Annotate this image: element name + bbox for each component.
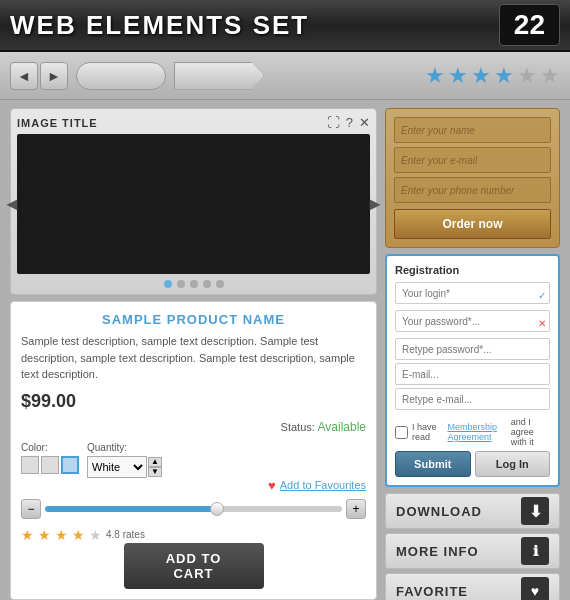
color-swatch-1[interactable] xyxy=(21,456,39,474)
agreement-suffix: and I agree with it xyxy=(511,417,550,447)
slideshow-header: IMAGE TITLE ⛶ ? ✕ xyxy=(17,115,370,130)
slideshow: IMAGE TITLE ⛶ ? ✕ ◄ ► xyxy=(10,108,377,295)
product-meta: Status: Available xyxy=(21,420,366,434)
quantity-down-arrow[interactable]: ▲ xyxy=(148,457,162,467)
password-input-row: ✕ xyxy=(395,310,550,335)
order-button[interactable]: Order now xyxy=(394,209,551,239)
favorite-button[interactable]: FAVORITE ♥ xyxy=(385,573,560,600)
product-section: SAMPLE PRODUCT NAME Sample test descript… xyxy=(10,301,377,600)
product-name: SAMPLE PRODUCT NAME xyxy=(21,312,366,327)
name-input[interactable] xyxy=(394,117,551,143)
header: WEB ELEMENTS SET 22 xyxy=(0,0,570,52)
status-section: Status: Available xyxy=(281,420,366,434)
color-label: Color: xyxy=(21,442,79,453)
agreement-row: I have read Membership Agreement and I a… xyxy=(395,417,550,447)
dot-3[interactable] xyxy=(190,280,198,288)
parchment-form: Order now xyxy=(385,108,560,248)
quantity-stepper: ▲ ▼ xyxy=(148,457,162,477)
registration-form: Registration ✓ ✕ I have read Membership … xyxy=(385,254,560,487)
slide-prev-arrow[interactable]: ◄ xyxy=(3,194,21,215)
slider-thumb[interactable] xyxy=(210,502,224,516)
rating-star-2: ★ xyxy=(38,527,51,543)
favourites-row: ♥ Add to Favourites xyxy=(21,478,366,493)
color-select[interactable]: White xyxy=(87,456,147,478)
color-quantity-row: Color: Quantity: White ▲ xyxy=(21,442,366,478)
star-4: ★ xyxy=(494,63,514,89)
help-icon[interactable]: ? xyxy=(346,115,353,130)
download-label: DOWNLOAD xyxy=(396,504,482,519)
color-swatch-2[interactable] xyxy=(41,456,59,474)
password-input[interactable] xyxy=(395,310,550,332)
star-3: ★ xyxy=(471,63,491,89)
add-to-cart-button[interactable]: ADD TO CART xyxy=(124,543,264,589)
favorite-label: FAVORITE xyxy=(396,584,468,599)
registration-buttons: Submit Log In xyxy=(395,451,550,477)
quantity-label: Quantity: xyxy=(87,442,162,453)
submit-button[interactable]: Submit xyxy=(395,451,471,477)
login-check-icon: ✓ xyxy=(538,289,546,300)
slider-plus-button[interactable]: + xyxy=(346,499,366,519)
rating-star-5: ★ xyxy=(89,527,102,543)
download-icon: ⬇ xyxy=(521,497,549,525)
rating-count: 4.8 rates xyxy=(106,529,145,540)
right-panel: Order now Registration ✓ ✕ I have read M… xyxy=(385,108,560,600)
arrow-button[interactable] xyxy=(174,62,264,90)
retype-email-input[interactable] xyxy=(395,388,550,410)
page-title: WEB ELEMENTS SET xyxy=(10,10,309,41)
rating-star-3: ★ xyxy=(55,527,68,543)
nav-next-button[interactable]: ► xyxy=(40,62,68,90)
info-icon: ℹ xyxy=(521,537,549,565)
slideshow-title: IMAGE TITLE xyxy=(17,117,98,129)
registration-title: Registration xyxy=(395,264,550,276)
product-price: $99.00 xyxy=(21,391,366,412)
toolbar: ◄ ► ★ ★ ★ ★ ★ ★ xyxy=(0,52,570,100)
phone-input[interactable] xyxy=(394,177,551,203)
header-number: 22 xyxy=(499,4,560,46)
quantity-field: Quantity: White ▲ ▼ xyxy=(87,442,162,478)
retype-password-input[interactable] xyxy=(395,338,550,360)
ratings-row: ★ ★ ★ ★ ★ 4.8 rates xyxy=(21,527,366,543)
pill-button[interactable] xyxy=(76,62,166,90)
more-info-label: MORE INFO xyxy=(396,544,479,559)
dot-1[interactable] xyxy=(164,280,172,288)
main-content: IMAGE TITLE ⛶ ? ✕ ◄ ► SAMPLE PRODU xyxy=(0,100,570,600)
expand-icon[interactable]: ⛶ xyxy=(327,115,340,130)
slider-row: − + xyxy=(21,499,366,519)
login-button[interactable]: Log In xyxy=(475,451,551,477)
slide-next-arrow[interactable]: ► xyxy=(366,194,384,215)
more-info-button[interactable]: MORE INFO ℹ xyxy=(385,533,560,569)
agreement-text: I have read xyxy=(412,422,437,442)
login-input[interactable] xyxy=(395,282,550,304)
dot-2[interactable] xyxy=(177,280,185,288)
email-input[interactable] xyxy=(394,147,551,173)
download-button[interactable]: DOWNLOAD ⬇ xyxy=(385,493,560,529)
dot-4[interactable] xyxy=(203,280,211,288)
color-swatch-3[interactable] xyxy=(61,456,79,474)
slideshow-dots xyxy=(17,280,370,288)
color-field: Color: xyxy=(21,442,79,478)
dot-5[interactable] xyxy=(216,280,224,288)
password-error-icon: ✕ xyxy=(538,317,546,328)
reg-email-input[interactable] xyxy=(395,363,550,385)
slider-minus-button[interactable]: − xyxy=(21,499,41,519)
left-panel: IMAGE TITLE ⛶ ? ✕ ◄ ► SAMPLE PRODU xyxy=(10,108,377,600)
close-icon[interactable]: ✕ xyxy=(359,115,370,130)
quantity-control: White ▲ ▼ xyxy=(87,456,162,478)
slider-track[interactable] xyxy=(45,506,342,512)
rating-stars: ★ ★ ★ ★ ★ ★ xyxy=(425,63,560,89)
nav-prev-button[interactable]: ◄ xyxy=(10,62,38,90)
login-input-row: ✓ xyxy=(395,282,550,307)
product-description: Sample test description, sample text des… xyxy=(21,333,366,383)
heart-icon: ♥ xyxy=(268,478,276,493)
color-swatches xyxy=(21,456,79,474)
star-6: ★ xyxy=(540,63,560,89)
slideshow-controls: ⛶ ? ✕ xyxy=(327,115,370,130)
quantity-up-arrow[interactable]: ▼ xyxy=(148,467,162,477)
status-value: Available xyxy=(318,420,366,434)
star-2: ★ xyxy=(448,63,468,89)
rating-star-1: ★ xyxy=(21,527,34,543)
agreement-checkbox[interactable] xyxy=(395,426,408,439)
heart-fav-icon: ♥ xyxy=(521,577,549,600)
agreement-link[interactable]: Membership Agreement xyxy=(447,422,500,442)
add-to-favourites-link[interactable]: Add to Favourites xyxy=(280,479,366,491)
